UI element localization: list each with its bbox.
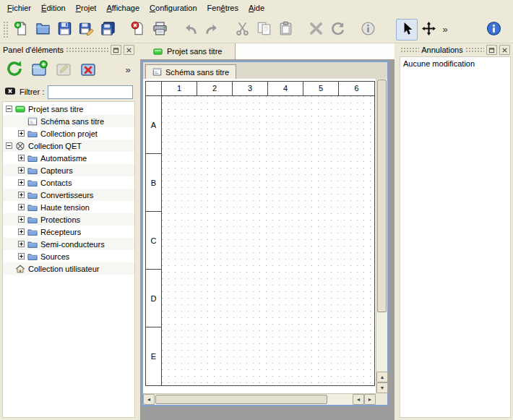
tree-item-schema-sans-titre[interactable]: Schéma sans titre [3,115,134,127]
filter-input[interactable] [48,85,133,99]
tree-item-collection-utilisateur[interactable]: Collection utilisateur [3,262,134,275]
close-panel-button[interactable] [124,45,134,55]
scroll-up-button[interactable]: ▲ [376,372,388,382]
tree-item-convertisseurs[interactable]: Convertisseurs [3,189,134,201]
edit-element-button[interactable] [53,59,74,80]
expand-expander-icon[interactable] [18,192,25,198]
column-label: 1 [162,82,197,95]
expand-expander-icon[interactable] [18,179,25,186]
tree-item-semi-conducteurs[interactable]: Semi-conducteurs [3,238,134,250]
print-button[interactable] [149,19,171,40]
info-gray-icon [361,21,376,38]
filter-label: Filtrer : [20,87,44,96]
save-button[interactable] [53,19,75,40]
delete-button[interactable] [305,19,327,40]
dock-grip[interactable] [66,47,108,53]
menu-projet[interactable]: Projet [71,1,102,14]
dock-grip[interactable] [465,47,484,53]
row-label: B [146,154,161,212]
reload-collections-button[interactable] [4,59,25,80]
expand-expander-icon[interactable] [18,130,25,137]
tree-item-projet-sans-titre[interactable]: Projet sans titre [3,103,134,115]
folder-icon [27,166,38,176]
folder-icon [27,215,38,225]
expand-expander-icon[interactable] [18,155,25,161]
tree-item-automatisme[interactable]: Automatisme [3,152,134,164]
tree-item-contacts[interactable]: Contacts [3,176,134,189]
scrollbar-track[interactable] [376,313,387,372]
clear-filter-icon[interactable] [4,85,16,98]
scroll-left-button-2[interactable]: ◄ [353,394,364,405]
pan-mode-button[interactable] [418,19,439,40]
float-panel-button[interactable] [111,45,121,55]
collapse-expander-icon[interactable] [6,106,12,112]
diagram-info-button[interactable] [357,19,379,40]
new-element-button[interactable] [28,59,50,80]
tab-projet-sans-titre[interactable]: Projet sans titre [140,43,236,59]
close-document-button[interactable] [127,19,149,40]
dock-grip[interactable] [400,47,419,53]
menu-fichier[interactable]: Fichier [2,1,36,14]
paste-button[interactable] [275,19,296,40]
tree-item-collection-projet[interactable]: Collection projet [3,127,134,140]
delete-cross-icon [309,21,324,38]
tree-item-haute-tension[interactable]: Haute tension [3,201,134,213]
menu-edition[interactable]: Édition [36,1,71,14]
vertical-scrollbar-thumb[interactable] [377,80,387,312]
collapse-expander-icon[interactable] [6,142,12,149]
scrollbar-track[interactable] [328,394,353,405]
redo-button[interactable] [201,19,223,40]
scroll-down-button[interactable]: ▼ [376,382,388,393]
tree-item-label: Sources [40,252,69,261]
tab-schema-sans-titre[interactable]: Schéma sans titre [145,64,236,79]
row-label: C [146,212,161,270]
open-document-button[interactable] [32,19,53,40]
diagram-view[interactable]: 1 2 3 4 5 6 A B [143,79,376,393]
expand-expander-icon[interactable] [18,216,25,223]
selection-mode-button[interactable] [396,19,418,40]
toolbar-overflow-button[interactable]: » [439,19,451,40]
scroll-right-button[interactable]: ► [364,394,376,405]
tree-item-protections[interactable]: Protections [3,213,134,226]
rotate-button[interactable] [327,19,348,40]
folder-icon [27,153,38,163]
new-document-button[interactable] [10,19,32,40]
tree-item-label: Projet sans titre [28,105,83,113]
tree-item-capteurs[interactable]: Capteurs [3,164,134,176]
tree-item-sources[interactable]: Sources [3,250,134,262]
horizontal-scrollbar-thumb[interactable] [155,395,327,404]
save-all-button[interactable] [97,19,118,40]
menu-configuration[interactable]: Configuration [145,1,202,14]
save-as-button[interactable] [75,19,97,40]
toolbar-separator [387,16,396,43]
toolbar-handle[interactable] [3,21,8,38]
panel-toolbar-overflow-button[interactable]: » [122,59,134,80]
delete-element-button[interactable] [77,59,99,80]
tree-item-recepteurs[interactable]: Récepteurs [3,226,134,238]
float-panel-button[interactable] [486,45,497,55]
home-icon [15,264,25,274]
cut-button[interactable] [231,19,253,40]
about-qet-button[interactable] [483,19,504,40]
copy-button[interactable] [253,19,275,40]
tree-item-collection-qet[interactable]: Collection QET [3,140,134,152]
expand-expander-icon[interactable] [18,167,25,173]
tree-item-label: Semi-conducteurs [40,240,105,249]
scroll-left-button[interactable]: ◄ [143,394,155,405]
expand-expander-icon[interactable] [18,241,25,247]
expand-expander-icon[interactable] [18,204,25,210]
horizontal-scrollbar[interactable]: ◄ ◄ ► [143,393,376,405]
tree-item-label: Capteurs [40,166,73,175]
menu-affichage[interactable]: Affichage [101,1,145,14]
expand-expander-icon[interactable] [18,228,25,235]
vertical-scrollbar[interactable]: ▲ ▼ [376,79,387,393]
menu-fenetres[interactable]: Fenêtres [202,1,243,14]
expand-expander-icon[interactable] [18,253,25,260]
undo-panel-titlebar[interactable]: Annulations [397,43,513,56]
menu-aide[interactable]: Aide [243,1,270,14]
undo-history-list[interactable]: Aucune modification [400,56,511,418]
undo-button[interactable] [179,19,201,40]
elements-panel-titlebar[interactable]: Panel d'éléments [0,43,137,56]
close-panel-button[interactable] [499,45,510,55]
diagram-grid[interactable] [162,96,374,385]
